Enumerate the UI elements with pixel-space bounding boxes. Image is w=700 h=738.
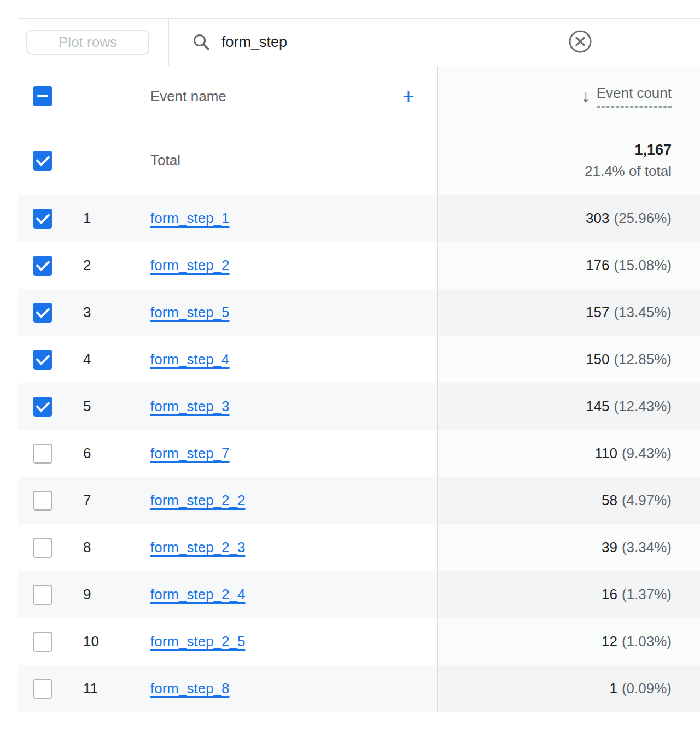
row-index: 6 [83,430,150,477]
event-count-percent: (4.97%) [622,492,672,509]
event-count-percent: (1.37%) [622,586,672,603]
table-body: 1 form_step_1 303 (25.96%) 2 form_step_2… [0,195,700,712]
total-metric-cell: 1,167 21.4% of total [438,126,700,195]
row-checkbox[interactable] [33,397,52,417]
row-name-cell: form_step_1 [150,195,438,242]
row-metric-cell: 145 (12.43%) [438,383,700,430]
event-count-percent: (1.03%) [622,633,672,650]
event-name-link[interactable]: form_step_2_5 [150,633,245,650]
row-checkbox[interactable] [33,303,52,323]
row-metric-cell: 303 (25.96%) [438,195,700,242]
row-name-cell: form_step_2_3 [150,524,438,571]
row-metric-cell: 58 (4.97%) [438,477,700,524]
row-index: 4 [83,336,150,383]
event-name-link[interactable]: form_step_2 [150,257,230,274]
table-toolbar: Plot rows [18,18,700,66]
row-checkbox[interactable] [33,444,52,464]
total-row: Total 1,167 21.4% of total [18,126,700,195]
event-count-percent: (12.85%) [614,351,672,368]
row-metric-cell: 1 (0.09%) [438,665,700,712]
row-metric-cell: 150 (12.85%) [438,336,700,383]
total-name-cell: Total [150,126,438,195]
event-name-link[interactable]: form_step_2_4 [150,586,245,603]
event-count-value: 157 [586,304,609,321]
header-name-cell: Event name + [150,66,438,126]
event-count-value: 110 [595,445,617,462]
row-checkbox[interactable] [33,679,52,699]
table-row: 3 form_step_5 157 (13.45%) [18,289,700,336]
total-row-checkbox[interactable] [33,151,52,171]
row-index: 10 [83,618,150,665]
row-index: 11 [83,665,150,712]
event-count-percent: (12.43%) [614,398,672,415]
event-name-link[interactable]: form_step_3 [150,398,230,415]
row-metric-cell: 110 (9.43%) [438,430,700,477]
event-name-link[interactable]: form_step_5 [150,304,230,321]
row-checkbox[interactable] [33,209,52,229]
event-name-column-header: Event name [150,88,226,105]
row-metric-cell: 39 (3.34%) [438,524,700,571]
event-count-value: 150 [586,351,609,368]
event-count-percent: (3.34%) [622,539,672,556]
row-metric-cell: 12 (1.03%) [438,618,700,665]
row-check-cell [18,524,83,571]
event-count-value: 39 [602,539,617,556]
row-name-cell: form_step_8 [150,665,438,712]
row-index: 3 [83,289,150,336]
row-check-cell [18,618,83,665]
header-index-cell [83,66,150,126]
toolbar-divider [168,19,169,66]
table-row: 5 form_step_3 145 (12.43%) [18,383,700,430]
search-input[interactable] [221,26,568,58]
event-count-percent: (25.96%) [614,210,672,227]
row-checkbox[interactable] [33,538,52,558]
row-check-cell [18,195,83,242]
row-index: 2 [83,242,150,289]
row-metric-cell: 16 (1.37%) [438,571,700,618]
add-dimension-button[interactable]: + [402,86,415,107]
event-name-link[interactable]: form_step_2_2 [150,492,245,509]
row-name-cell: form_step_2_5 [150,618,438,665]
event-name-link[interactable]: form_step_8 [150,680,230,697]
row-index: 8 [83,524,150,571]
events-table: Event name + ↓ Event count Total 1,167 2… [0,66,700,712]
row-checkbox[interactable] [33,585,52,605]
events-report-page: Plot rows [0,18,700,738]
row-index: 5 [83,383,150,430]
row-check-cell [18,571,83,618]
row-name-cell: form_step_7 [150,430,438,477]
table-header-row: Event name + ↓ Event count [18,66,700,126]
row-check-cell [18,336,83,383]
table-row: 6 form_step_7 110 (9.43%) [18,430,700,477]
total-percent-of-total: 21.4% of total [585,163,672,180]
event-count-percent: (15.08%) [614,257,672,274]
row-check-cell [18,430,83,477]
event-count-value: 58 [602,492,617,509]
event-name-link[interactable]: form_step_4 [150,351,230,368]
row-index: 9 [83,571,150,618]
select-all-checkbox[interactable] [33,86,52,106]
row-check-cell [18,665,83,712]
header-check-cell [18,66,83,126]
total-index-cell [83,126,150,195]
row-index: 1 [83,195,150,242]
clear-search-button[interactable] [568,29,593,56]
row-name-cell: form_step_3 [150,383,438,430]
event-name-link[interactable]: form_step_7 [150,445,230,462]
row-name-cell: form_step_2_2 [150,477,438,524]
row-checkbox[interactable] [33,256,52,276]
event-count-column-header[interactable]: Event count [597,85,672,108]
plot-rows-button[interactable]: Plot rows [26,30,149,55]
row-checkbox[interactable] [33,350,52,370]
event-name-link[interactable]: form_step_2_3 [150,539,245,556]
search-icon [192,33,211,51]
row-metric-cell: 176 (15.08%) [438,242,700,289]
row-name-cell: form_step_2_4 [150,571,438,618]
event-count-percent: (0.09%) [622,680,672,697]
event-name-link[interactable]: form_step_1 [150,210,230,227]
event-count-value: 1 [609,680,617,697]
row-checkbox[interactable] [33,632,52,652]
event-count-value: 145 [586,398,609,415]
total-label: Total [150,152,180,169]
row-checkbox[interactable] [33,491,52,511]
